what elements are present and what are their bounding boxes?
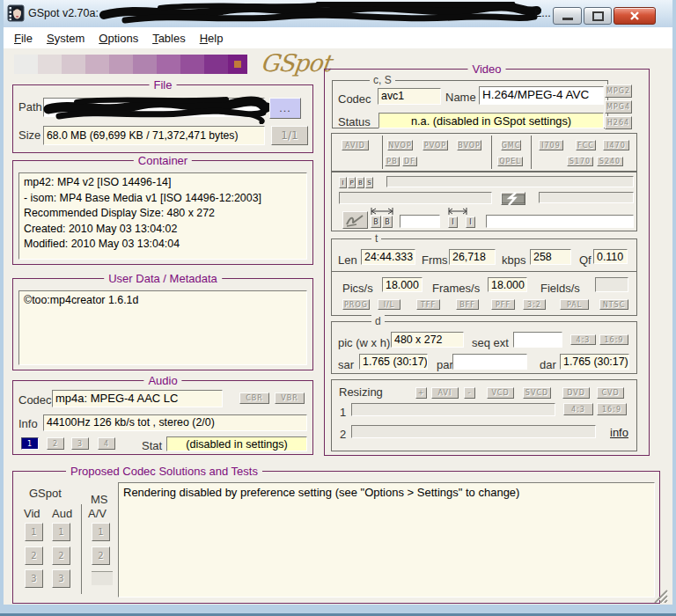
seqext-field[interactable] <box>513 332 562 348</box>
size-label: Size <box>18 128 40 142</box>
vid-test-2-button[interactable]: 2 <box>25 546 43 565</box>
menu-help[interactable]: Help <box>200 32 224 45</box>
audio-codec-field[interactable]: mp4a: MPEG-4 AAC LC <box>52 390 223 407</box>
resize-row2-label: 2 <box>340 428 346 441</box>
kbps-label: kbps <box>502 253 525 267</box>
video-name-field[interactable]: H.264/MPEG-4 AVC <box>479 86 604 105</box>
vid-test-3-button[interactable]: 3 <box>25 569 43 588</box>
resize-row2-field[interactable] <box>351 425 596 438</box>
size-field[interactable]: 68.0 MB (69,699 KB / 71,372,471 bytes) <box>43 126 265 145</box>
resize-plus-button[interactable]: + <box>415 387 427 399</box>
resize-minus-button[interactable]: - <box>464 387 475 399</box>
mpg4-indicator: MPG4 <box>605 100 632 114</box>
solutions-textarea[interactable]: Rendering disabled by preference setting… <box>118 482 655 598</box>
menu-file[interactable]: File <box>14 32 33 45</box>
gmc-indicator: GMC <box>501 140 521 150</box>
msav-test-1-button[interactable]: 1 <box>92 523 110 541</box>
par-field[interactable] <box>452 354 527 370</box>
dar-field[interactable]: 1.765 (30:17) <box>560 354 629 370</box>
audio-stream-2-button[interactable]: 2 <box>47 437 64 450</box>
par-label: par <box>437 358 453 371</box>
container-info-textarea[interactable]: mp42: MP4 v2 [ISO 14496-14] - isom: MP4 … <box>18 172 307 260</box>
video-status-field[interactable]: n.a. (disabled in GSpot settings) <box>378 113 604 128</box>
kbps-field[interactable]: 258 <box>530 249 571 265</box>
cbr-indicator: CBR <box>239 392 269 404</box>
maximize-button[interactable] <box>584 7 612 25</box>
close-button[interactable] <box>614 7 656 25</box>
audio-group: Audio Codec mp4a: MPEG-4 AAC LC CBR VBR … <box>12 380 313 455</box>
resize-avi-button[interactable]: AVI <box>431 387 459 399</box>
frames-field[interactable]: 18.000 <box>488 277 527 292</box>
resize-grip-icon[interactable] <box>653 589 669 603</box>
minimize-button[interactable] <box>553 7 582 25</box>
i709-indicator: I709 <box>539 140 563 150</box>
minimize-icon <box>562 18 573 20</box>
menu-system[interactable]: System <box>47 32 84 45</box>
userdata-group-label: User Data / Metadata <box>104 272 222 285</box>
window-frame-bottom <box>0 605 676 616</box>
iframe-indicator: I <box>339 177 347 188</box>
audio-stat-label: Stat <box>142 439 162 452</box>
b-spacing-measure-icon <box>371 208 393 215</box>
tff-indicator: TFF <box>416 299 440 310</box>
i-spacing-field[interactable] <box>486 215 634 228</box>
aud-column-label: Aud <box>52 507 72 520</box>
video-gop-subgroup: I P B S B B <box>331 172 637 231</box>
browse-button[interactable]: ... <box>269 98 301 119</box>
sar-field[interactable]: 1.765 (30:17) <box>359 354 428 370</box>
d-label: d <box>371 315 385 327</box>
flags-divider <box>531 136 532 169</box>
path-label: Path <box>18 100 42 114</box>
window-frame-left <box>0 0 4 616</box>
vid-test-1-button[interactable]: 1 <box>25 523 43 541</box>
audio-info-field[interactable]: 44100Hz 126 kb/s tot , stereo (2/0) <box>43 414 307 431</box>
resize-svcd-button[interactable]: SVCD <box>523 387 551 399</box>
audio-stat-field[interactable]: (disabled in settings) <box>166 436 307 451</box>
userdata-textarea[interactable]: ©too:mp4creator 1.6.1d <box>18 290 307 365</box>
resize-169-button[interactable]: 16:9 <box>597 403 627 415</box>
qf-label: Qf <box>579 253 592 267</box>
resize-info-link[interactable]: info <box>610 426 628 439</box>
gop-sketch-button[interactable] <box>342 211 368 229</box>
fields-field[interactable] <box>595 277 628 292</box>
menu-options[interactable]: Options <box>99 32 138 45</box>
pic-label: pic (w x h) <box>338 336 390 349</box>
resize-dvd-button[interactable]: DVD <box>562 387 590 399</box>
bitstream-split-button[interactable] <box>501 192 525 205</box>
aud-test-2-button[interactable]: 2 <box>52 546 70 565</box>
container-group: Container mp42: MP4 v2 [ISO 14496-14] - … <box>12 160 313 265</box>
audio-stream-1-button[interactable]: 1 <box>21 437 39 450</box>
audio-stream-3-button[interactable]: 3 <box>71 437 89 450</box>
audio-stream-4-button[interactable]: 4 <box>98 437 115 450</box>
s170-indicator: S170 <box>567 157 593 166</box>
aud-test-3-button[interactable]: 3 <box>52 569 70 588</box>
resize-vcd-button[interactable]: VCD <box>487 387 514 399</box>
avid-indicator: AVID <box>342 140 369 150</box>
aud-test-1-button[interactable]: 1 <box>52 523 70 541</box>
mpg2-indicator: MPG2 <box>605 84 632 98</box>
redaction-scribble-title <box>99 2 543 26</box>
bff-indicator: BFF <box>456 299 479 310</box>
seqext-label: seq ext <box>472 336 509 349</box>
columns-divider <box>81 504 82 594</box>
close-icon <box>629 11 640 20</box>
b-spacing-field[interactable] <box>400 215 440 228</box>
resize-row1-field[interactable] <box>351 403 555 416</box>
menu-tables[interactable]: Tables <box>152 32 186 45</box>
nvop-indicator: NVOP <box>387 140 413 150</box>
maximize-icon <box>592 11 604 21</box>
container-group-label: Container <box>134 154 192 167</box>
video-codec-field[interactable]: avc1 <box>378 88 441 105</box>
pic-field[interactable]: 480 x 272 <box>391 332 464 348</box>
resize-cvd-button[interactable]: CVD <box>597 387 624 399</box>
pages-button[interactable]: 1/1 <box>271 126 308 145</box>
bitstream-split-icon <box>502 193 525 205</box>
msav-test-2-button[interactable]: 2 <box>92 546 110 565</box>
pics-field[interactable]: 18.000 <box>382 277 422 292</box>
ms-column-label: MS <box>91 493 108 506</box>
resize-43-button[interactable]: 4:3 <box>563 403 593 415</box>
len-field[interactable]: 24:44.333 <box>361 249 415 265</box>
frms-field[interactable]: 26,718 <box>449 249 496 265</box>
window-title: GSpot v2.70a: <box>28 7 99 19</box>
qf-field[interactable]: 0.110 <box>593 249 628 264</box>
